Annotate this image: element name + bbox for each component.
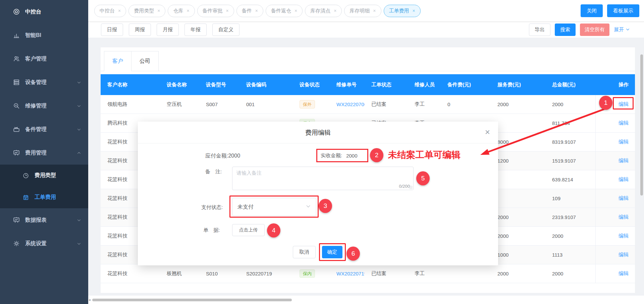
close-icon[interactable]: × [255,8,258,13]
sidebar-item-device[interactable]: 设备管理 [0,71,88,94]
period-button-4[interactable]: 年报 [184,24,207,36]
horizontal-scrollbar[interactable] [92,299,292,301]
board-display-button[interactable]: 看板展示 [607,4,639,17]
cell-total: 2000 [545,227,595,245]
edit-link[interactable]: 编辑 [619,252,629,258]
column-header: 设备名称 [160,82,199,88]
edit-link[interactable]: 编辑 [619,101,629,107]
close-icon[interactable]: × [186,8,189,13]
page-tag-1[interactable]: 中控台× [94,5,126,17]
cell-service_fee: 1000 [491,246,545,264]
page-tag-8[interactable]: 库存明细× [344,5,381,17]
scroll-left-arrow-icon[interactable]: ◂ [89,298,91,302]
close-icon[interactable]: × [334,8,336,13]
confirm-button[interactable]: 确定 [322,246,342,258]
export-button[interactable]: 导出 [529,24,550,36]
sidebar-item-repair[interactable]: 维修管理 [0,94,88,118]
edit-link[interactable]: 编辑 [619,176,629,183]
page-tag-3[interactable]: 仓库× [168,5,195,17]
remark-placeholder: 请输入备注 [236,170,262,176]
filter-toolbar: 日报周报月报年报自定义 导出 搜索 清空所有 展开 [88,22,644,38]
sidebar-item-customer[interactable]: 客户管理 [0,47,88,71]
page-tag-9[interactable]: 工单费用× [384,5,421,17]
column-header: 设备状态 [293,82,330,88]
pay-status-select[interactable]: 未支付 [232,198,316,216]
cell-parts_fee [441,264,491,283]
bi-icon [13,32,20,39]
remark-textarea[interactable]: 请输入备注 0/200 [232,167,414,190]
page-tag-label: 备件 [242,8,252,14]
column-header: 维修单号 [330,82,365,88]
cell-total: 2000 [545,264,595,283]
table-row: 领航电路空压机S007001保外WX202207060001已结案李工02000… [101,95,635,114]
period-button-2[interactable]: 周报 [129,24,151,36]
edit-link[interactable]: 编辑 [619,158,629,164]
cell-total: 2319.9107 [545,208,595,226]
vertical-scrollbar[interactable] [640,54,643,196]
page-tag-label: 中控台 [100,8,115,14]
tab-company[interactable]: 公司 [131,51,159,71]
search-button[interactable]: 搜索 [555,24,576,36]
sidebar-subitem-clock[interactable]: 费用类型 [0,165,88,186]
close-icon[interactable]: × [226,8,229,13]
page-tag-label: 费用类型 [134,8,154,14]
edit-link[interactable]: 编辑 [619,270,629,277]
close-icon[interactable]: × [118,8,121,13]
sidebar-item-bi[interactable]: 智能BI [0,24,88,47]
page-tag-4[interactable]: 备件审批× [197,5,234,17]
edit-link[interactable]: 编辑 [619,233,629,239]
repair-order-link[interactable]: WX202207060001 [336,101,365,107]
console-icon [13,8,20,15]
period-button-3[interactable]: 月报 [157,24,179,36]
clock-icon [22,172,29,179]
sidebar-item-report[interactable]: 数据报表 [0,208,88,232]
expand-toggle[interactable]: 展开 [614,27,630,33]
upload-button[interactable]: 点击上传 [232,224,265,236]
tab-customer[interactable]: 客户 [104,51,131,71]
receipt-label: 单 据: [203,227,220,233]
repair-order-link[interactable]: WX202207190001 [336,271,365,276]
dialog-divider [138,143,498,143]
sidebar-item-console[interactable]: 中控台 [0,0,88,24]
edit-link[interactable]: 编辑 [619,139,629,145]
edit-link[interactable]: 编辑 [619,120,629,126]
edit-link[interactable]: 编辑 [619,195,629,202]
period-button-1[interactable]: 日报 [101,24,123,36]
close-icon[interactable]: × [485,128,490,136]
page-tag-5[interactable]: 备件× [236,5,263,17]
cell-service_fee [491,114,545,132]
page-tag-6[interactable]: 备件返仓× [266,5,303,17]
cancel-button[interactable]: 取消 [293,246,316,258]
device-icon [13,79,20,86]
repair-icon [13,102,20,110]
close-button[interactable]: 关闭 [581,4,603,17]
close-icon[interactable]: × [157,8,160,13]
cell-service_fee: 2000 [491,227,545,245]
resize-grip-icon[interactable] [409,186,413,189]
sidebar-item-expense[interactable]: 费用管理 [0,141,88,165]
cell-service_fee: 2000 [491,95,545,114]
sidebar-item-label: 设备管理 [25,79,76,86]
page-tag-2[interactable]: 费用类型× [128,5,165,17]
sidebar-subitem-calendar[interactable]: 工单费用 [0,186,88,208]
cell-model: S007 [199,95,239,114]
close-icon[interactable]: × [413,8,415,13]
cell-action: 编辑 [595,133,635,151]
period-button-5[interactable]: 自定义 [212,24,239,36]
cell-device: 空压机 [160,95,199,114]
close-icon[interactable]: × [294,8,297,13]
cell-code: 001 [239,95,293,114]
sidebar-item-settings[interactable]: 系统设置 [0,232,88,255]
sidebar-item-parts[interactable]: 备件管理 [0,118,88,141]
close-icon[interactable]: × [373,8,376,13]
clear-all-button[interactable]: 清空所有 [580,24,609,36]
sidebar-item-label: 中控台 [25,8,82,15]
page-tag-label: 备件审批 [203,8,223,14]
received-amount-field[interactable]: 实收金额: 2000 [316,149,368,162]
column-header: 客户名称 [101,82,160,88]
page-tag-7[interactable]: 库存清点× [305,5,342,17]
cell-model: S010 [199,264,239,283]
period-buttons: 日报周报月报年报自定义 [101,24,245,36]
card-tabs: 客户 公司 [104,51,635,71]
edit-link[interactable]: 编辑 [619,214,629,220]
